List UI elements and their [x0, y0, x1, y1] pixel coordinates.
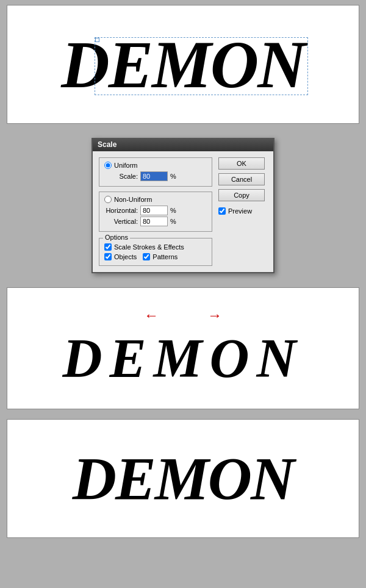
demon-text-bottom: DEMON	[73, 448, 293, 509]
scale-label: Scale:	[104, 173, 138, 180]
horizontal-input-row: Horizontal: %	[104, 206, 207, 215]
horizontal-label: Horizontal:	[104, 207, 138, 214]
uniform-radio-row: Uniform	[104, 162, 207, 169]
non-uniform-label: Non-Uniform	[114, 196, 152, 203]
demon-text-middle: DEMON	[62, 327, 303, 390]
dialog-wrapper: Scale Uniform Scale: %	[0, 129, 366, 282]
middle-panel: ← → DEMON	[7, 287, 359, 409]
top-panel: DEMON	[7, 5, 359, 124]
options-inner: Objects Patterns	[104, 252, 207, 262]
uniform-group: Uniform Scale: %	[99, 157, 212, 187]
horizontal-percent: %	[170, 207, 176, 214]
horizontal-input[interactable]	[140, 206, 168, 215]
vertical-percent: %	[170, 218, 176, 225]
preview-checkbox[interactable]	[218, 207, 226, 215]
objects-row: Objects	[104, 253, 137, 260]
copy-button[interactable]: Copy	[218, 189, 265, 201]
demon-text-top: DEMON	[61, 27, 305, 102]
scale-strokes-checkbox[interactable]	[104, 243, 112, 251]
scale-percent: %	[170, 173, 176, 180]
patterns-label: Patterns	[152, 253, 178, 260]
dialog-right: OK Cancel Copy Preview	[218, 157, 267, 266]
objects-label: Objects	[114, 253, 137, 260]
patterns-checkbox[interactable]	[143, 253, 150, 260]
vertical-input-row: Vertical: %	[104, 217, 207, 226]
preview-label: Preview	[228, 207, 252, 215]
dialog-titlebar: Scale	[93, 138, 273, 151]
dialog-left: Uniform Scale: % Non-Uniform Hor	[99, 157, 212, 266]
scale-strokes-label: Scale Strokes & Effects	[114, 243, 184, 251]
cancel-button[interactable]: Cancel	[218, 173, 265, 185]
objects-checkbox[interactable]	[104, 253, 112, 260]
scale-input[interactable]	[140, 171, 168, 181]
dialog-title: Scale	[98, 140, 117, 149]
options-group: Options Scale Strokes & Effects Objects …	[99, 238, 212, 266]
uniform-label: Uniform	[114, 162, 138, 169]
dialog-content: Uniform Scale: % Non-Uniform Hor	[93, 151, 273, 272]
arrow-row: ← →	[144, 307, 222, 324]
arrows-container: ← → DEMON	[62, 307, 303, 390]
non-uniform-group: Non-Uniform Horizontal: % Vertical: %	[99, 192, 212, 232]
arrow-left-icon: ←	[144, 307, 159, 324]
demon-text-container: DEMON	[61, 31, 305, 98]
vertical-input[interactable]	[140, 217, 168, 226]
vertical-label: Vertical:	[104, 218, 138, 225]
scale-dialog: Scale Uniform Scale: %	[92, 138, 274, 273]
preview-row: Preview	[218, 207, 267, 215]
ok-button[interactable]: OK	[218, 157, 265, 170]
patterns-row: Patterns	[143, 253, 178, 260]
scale-strokes-row: Scale Strokes & Effects	[104, 243, 207, 251]
options-label: Options	[103, 234, 130, 241]
non-uniform-radio[interactable]	[104, 196, 112, 203]
bottom-panel: DEMON	[7, 419, 359, 538]
non-uniform-radio-row: Non-Uniform	[104, 196, 207, 203]
arrow-right-icon: →	[207, 307, 222, 324]
uniform-radio[interactable]	[104, 162, 112, 169]
scale-input-row: Scale: %	[104, 171, 207, 181]
